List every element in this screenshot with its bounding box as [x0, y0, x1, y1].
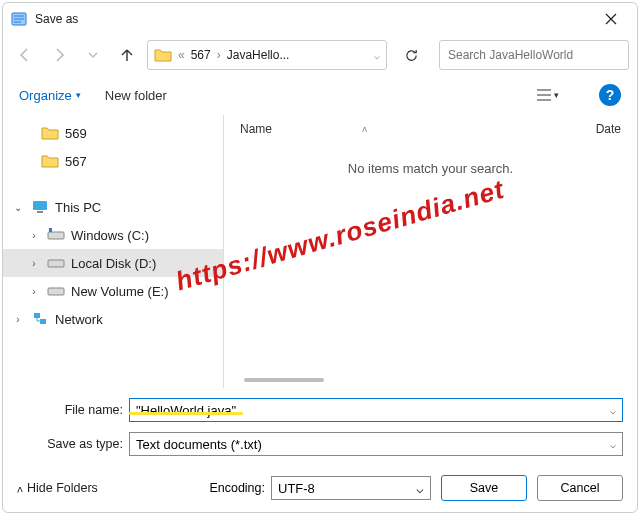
- close-button[interactable]: [589, 5, 633, 33]
- window-title: Save as: [35, 12, 589, 26]
- titlebar: Save as: [3, 3, 637, 35]
- new-folder-button[interactable]: New folder: [105, 88, 167, 103]
- savetype-select[interactable]: Text documents (*.txt) ⌵: [129, 432, 623, 456]
- save-as-dialog: Save as « 567 › JavaHello... ⌵ Organize: [2, 2, 638, 513]
- save-button[interactable]: Save: [441, 475, 527, 501]
- encoding-value: UTF-8: [278, 481, 315, 496]
- app-icon: [11, 11, 27, 27]
- tree-folder[interactable]: 567: [3, 147, 223, 175]
- address-bar[interactable]: « 567 › JavaHello... ⌵: [147, 40, 387, 70]
- svg-rect-8: [37, 211, 43, 213]
- nav-tree: 569 567 ⌄ This PC › Windows (C:) › Local…: [3, 115, 223, 388]
- tree-label: Network: [55, 312, 103, 327]
- file-list: Name ʌ Date No items match your search.: [223, 115, 637, 388]
- tree-drive[interactable]: › New Volume (E:): [3, 277, 223, 305]
- savetype-value: Text documents (*.txt): [136, 437, 262, 452]
- back-button[interactable]: [11, 41, 39, 69]
- up-button[interactable]: [113, 41, 141, 69]
- filename-section: File name: "HelloWorld.java" ⌵ Save as t…: [3, 388, 637, 464]
- toolbar: Organize ▾ New folder ▾ ?: [3, 75, 637, 115]
- organize-menu[interactable]: Organize ▾: [19, 88, 81, 103]
- column-headers: Name ʌ Date: [224, 115, 637, 143]
- cancel-button[interactable]: Cancel: [537, 475, 623, 501]
- chevron-down-icon[interactable]: ⌵: [374, 50, 380, 61]
- drive-icon: [47, 226, 65, 244]
- hide-folders-label: Hide Folders: [27, 481, 98, 495]
- filename-value: "HelloWorld.java": [136, 403, 236, 418]
- tree-label: 569: [65, 126, 87, 141]
- filename-label: File name:: [17, 403, 129, 417]
- chevron-down-icon[interactable]: ⌵: [610, 439, 616, 450]
- tree-drive[interactable]: › Windows (C:): [3, 221, 223, 249]
- recent-button[interactable]: [79, 41, 107, 69]
- network-icon: [31, 310, 49, 328]
- svg-rect-12: [48, 288, 64, 295]
- expand-icon[interactable]: ›: [27, 286, 41, 297]
- view-options-button[interactable]: ▾: [527, 82, 567, 108]
- svg-rect-7: [33, 201, 47, 210]
- chevron-down-icon[interactable]: ⌵: [416, 481, 424, 496]
- expand-icon[interactable]: ›: [11, 314, 25, 325]
- col-name[interactable]: Name: [240, 122, 272, 136]
- hide-folders-button[interactable]: ʌ Hide Folders: [17, 481, 98, 495]
- highlight-marker: [129, 412, 243, 415]
- svg-rect-9: [48, 232, 64, 239]
- breadcrumb-prefix: «: [178, 48, 185, 62]
- expand-icon[interactable]: ›: [27, 258, 41, 269]
- sort-asc-icon: ʌ: [362, 124, 367, 134]
- chevron-right-icon: ›: [217, 48, 221, 62]
- search-input[interactable]: [439, 40, 629, 70]
- tree-label: This PC: [55, 200, 101, 215]
- folder-icon: [41, 124, 59, 142]
- drive-icon: [47, 254, 65, 272]
- filename-input[interactable]: "HelloWorld.java" ⌵: [129, 398, 623, 422]
- tree-label: New Volume (E:): [71, 284, 169, 299]
- tree-folder[interactable]: 569: [3, 119, 223, 147]
- chevron-down-icon: ▾: [76, 90, 81, 100]
- organize-label: Organize: [19, 88, 72, 103]
- folder-icon: [154, 46, 172, 64]
- col-date[interactable]: Date: [596, 122, 621, 136]
- collapse-icon[interactable]: ⌄: [11, 202, 25, 213]
- tree-drive[interactable]: › Local Disk (D:): [3, 249, 223, 277]
- button-row: ʌ Hide Folders Encoding: UTF-8 ⌵ Save Ca…: [3, 464, 637, 512]
- expand-icon[interactable]: ›: [27, 230, 41, 241]
- breadcrumb-parent[interactable]: 567: [191, 48, 211, 62]
- refresh-button[interactable]: [397, 41, 425, 69]
- chevron-up-icon: ʌ: [17, 483, 23, 494]
- tree-network[interactable]: › Network: [3, 305, 223, 333]
- savetype-label: Save as type:: [17, 437, 129, 451]
- tree-label: Windows (C:): [71, 228, 149, 243]
- tree-label: Local Disk (D:): [71, 256, 156, 271]
- navbar: « 567 › JavaHello... ⌵: [3, 35, 637, 75]
- folder-icon: [41, 152, 59, 170]
- encoding-label: Encoding:: [209, 481, 265, 495]
- help-button[interactable]: ?: [599, 84, 621, 106]
- chevron-down-icon[interactable]: ⌵: [610, 405, 616, 416]
- pc-icon: [31, 198, 49, 216]
- breadcrumb-current[interactable]: JavaHello...: [227, 48, 290, 62]
- body: 569 567 ⌄ This PC › Windows (C:) › Local…: [3, 115, 637, 388]
- empty-message: No items match your search.: [224, 143, 637, 194]
- svg-rect-11: [48, 260, 64, 267]
- forward-button[interactable]: [45, 41, 73, 69]
- tree-this-pc[interactable]: ⌄ This PC: [3, 193, 223, 221]
- drive-icon: [47, 282, 65, 300]
- svg-rect-14: [40, 319, 46, 324]
- encoding-select[interactable]: UTF-8 ⌵: [271, 476, 431, 500]
- svg-rect-10: [49, 228, 52, 232]
- tree-label: 567: [65, 154, 87, 169]
- scrollbar-horizontal[interactable]: [244, 378, 324, 382]
- svg-rect-13: [34, 313, 40, 318]
